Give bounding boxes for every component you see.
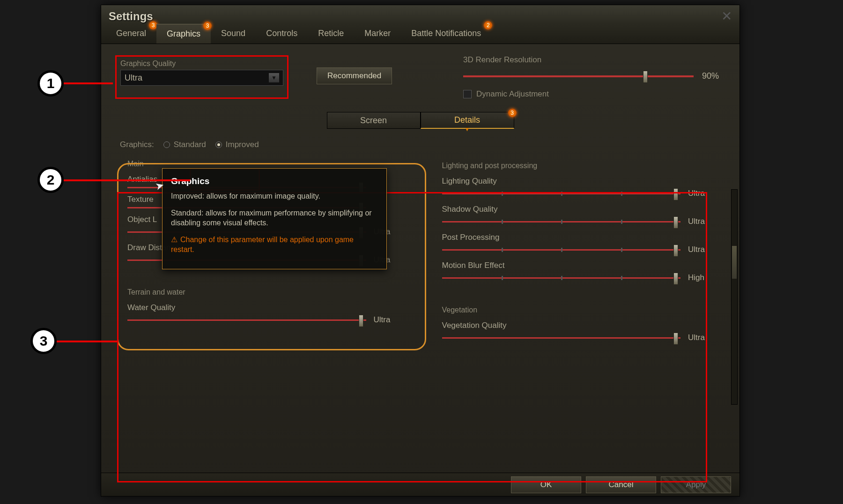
tab-controls[interactable]: Controls bbox=[256, 24, 308, 44]
tooltip-line1: Improved: allows for maximum image quali… bbox=[171, 191, 378, 201]
recommended-button[interactable]: Recommended bbox=[317, 67, 392, 84]
graphics-quality-block: Graphics Quality Ultra ▼ bbox=[115, 55, 288, 99]
graphics-quality-value: Ultra bbox=[125, 73, 142, 83]
radio-icon bbox=[215, 141, 222, 148]
main-tabs: General 3 Graphics 3 Sound Controls Reti… bbox=[101, 24, 739, 44]
footer: OK Cancel Apply bbox=[101, 473, 739, 496]
slider-thumb[interactable] bbox=[673, 333, 678, 345]
callout-3: 3 bbox=[30, 328, 57, 354]
radio-icon bbox=[163, 141, 170, 148]
render-label: 3D Render Resolution bbox=[463, 55, 725, 65]
ok-button[interactable]: OK bbox=[511, 476, 581, 493]
slider-thumb[interactable] bbox=[673, 216, 678, 229]
graphics-quality-label: Graphics Quality bbox=[120, 59, 283, 68]
sub-tabs: Screen Details ▼ 3 bbox=[115, 112, 725, 129]
vegetation-label: Vegetation Quality bbox=[442, 321, 726, 330]
badge-details: 3 bbox=[508, 109, 517, 117]
warning-icon: ⚠ bbox=[171, 236, 177, 244]
tab-general-label: General bbox=[116, 29, 146, 38]
vegetation-slider[interactable] bbox=[442, 337, 681, 339]
right-col: Lighting and post processing Lighting Qu… bbox=[430, 140, 726, 342]
shadow-slider[interactable] bbox=[442, 221, 681, 222]
radio-standard[interactable]: Standard bbox=[163, 140, 206, 149]
tooltip-title: Graphics bbox=[171, 176, 378, 186]
chevron-down-icon: ▼ bbox=[269, 73, 279, 82]
water-slider[interactable] bbox=[127, 319, 366, 321]
lighting-label: Lighting Quality bbox=[442, 177, 726, 186]
apply-button[interactable]: Apply bbox=[661, 476, 731, 493]
cancel-button[interactable]: Cancel bbox=[586, 476, 656, 493]
titlebar: Settings ✕ bbox=[101, 5, 739, 24]
slider-thumb[interactable] bbox=[673, 188, 678, 200]
content-area: Graphics Quality Ultra ▼ Recommended 3D … bbox=[101, 44, 739, 473]
close-icon[interactable]: ✕ bbox=[721, 10, 732, 23]
render-value: 90% bbox=[702, 71, 725, 81]
shadow-label: Shadow Quality bbox=[442, 205, 726, 214]
callout-line-2 bbox=[64, 179, 190, 181]
tab-marker[interactable]: Marker bbox=[354, 24, 401, 44]
render-block: 3D Render Resolution 90% Dynamic Adjustm… bbox=[463, 55, 725, 99]
settings-window: Settings ✕ General 3 Graphics 3 Sound Co… bbox=[101, 5, 740, 497]
callout-2: 2 bbox=[37, 167, 64, 193]
subtab-details[interactable]: Details ▼ 3 bbox=[421, 112, 514, 129]
graphics-quality-dropdown[interactable]: Ultra ▼ bbox=[120, 70, 283, 86]
section-vegetation: Vegetation bbox=[442, 306, 726, 314]
tooltip-line2: Standard: allows for maximum performance… bbox=[171, 208, 378, 228]
callout-line-3 bbox=[57, 341, 118, 342]
chevron-down-icon: ▼ bbox=[465, 126, 470, 133]
scrollbar[interactable] bbox=[731, 189, 738, 405]
post-slider[interactable] bbox=[442, 249, 681, 251]
section-main: Main bbox=[127, 160, 411, 168]
graphics-tooltip: Graphics Improved: allows for maximum im… bbox=[162, 168, 387, 269]
section-lighting: Lighting and post processing bbox=[442, 162, 726, 170]
tab-reticle[interactable]: Reticle bbox=[308, 24, 354, 44]
badge-battle-notifications: 2 bbox=[484, 21, 492, 30]
details-area: Graphics: Standard Improved Main Antiali… bbox=[115, 140, 725, 342]
graphics-mode-label: Graphics: bbox=[120, 140, 154, 149]
dynamic-adjust-label: Dynamic Adjustment bbox=[476, 89, 549, 99]
window-title: Settings bbox=[109, 10, 153, 23]
slider-thumb[interactable] bbox=[673, 273, 678, 285]
section-terrain: Terrain and water bbox=[127, 288, 411, 296]
tab-battle-notifications[interactable]: Battle Notifications 2 bbox=[401, 24, 491, 44]
radio-improved[interactable]: Improved bbox=[215, 140, 259, 149]
callout-line-1 bbox=[64, 82, 113, 84]
graphics-mode-row: Graphics: Standard Improved bbox=[115, 140, 411, 149]
water-label: Water Quality bbox=[127, 303, 411, 312]
motion-label: Motion Blur Effect bbox=[442, 261, 726, 270]
tab-graphics-label: Graphics bbox=[167, 29, 200, 38]
tab-sound[interactable]: Sound bbox=[211, 24, 256, 44]
dynamic-adjust-checkbox[interactable] bbox=[463, 90, 472, 98]
tab-graphics[interactable]: Graphics 3 bbox=[156, 24, 211, 44]
slider-thumb[interactable] bbox=[359, 315, 363, 327]
motion-slider[interactable] bbox=[442, 277, 681, 279]
post-label: Post Processing bbox=[442, 233, 726, 242]
lighting-slider[interactable] bbox=[442, 193, 681, 194]
tab-general[interactable]: General 3 bbox=[106, 24, 156, 44]
render-slider[interactable] bbox=[463, 75, 694, 77]
callout-1: 1 bbox=[37, 70, 64, 96]
scrollbar-thumb[interactable] bbox=[732, 246, 737, 279]
tooltip-warning: Change of this parameter will be applied… bbox=[171, 236, 354, 254]
subtab-screen[interactable]: Screen bbox=[327, 112, 421, 129]
render-slider-thumb[interactable] bbox=[643, 71, 648, 83]
slider-thumb[interactable] bbox=[673, 245, 678, 257]
